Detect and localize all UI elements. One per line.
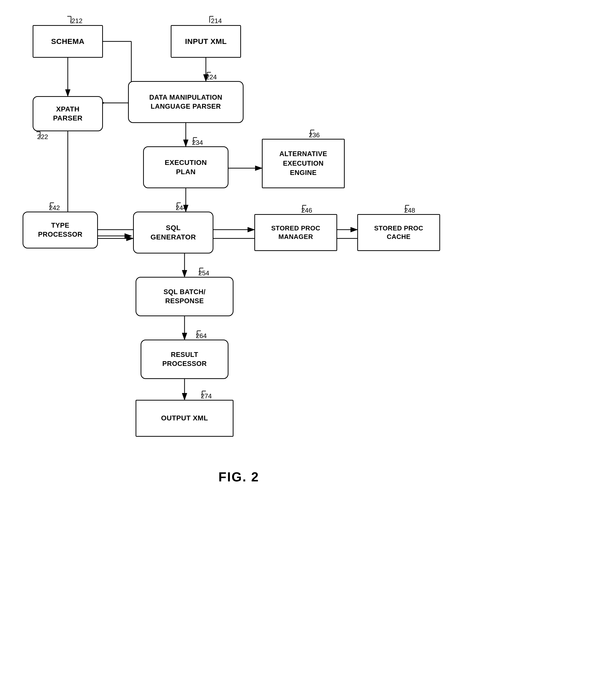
ref-tick-222: [34, 131, 47, 143]
ref-tick-236: [307, 129, 319, 141]
ref-tick-214: [206, 15, 218, 27]
ref-tick-224: [203, 71, 216, 84]
result-processor-box: RESULTPROCESSOR: [141, 340, 228, 379]
type-processor-box: TYPEPROCESSOR: [22, 212, 98, 249]
ref-tick-242: [47, 202, 59, 214]
ref-tick-264: [193, 330, 206, 342]
output-xml-box: OUTPUT XML: [136, 400, 234, 437]
ref-tick-246: [299, 204, 311, 217]
stored-proc-manager-box: STORED PROCMANAGER: [254, 214, 337, 251]
figure-label: FIG. 2: [218, 469, 259, 484]
dml-parser-box: DATA MANIPULATIONLANGUAGE PARSER: [128, 81, 244, 123]
ref-tick-244: [173, 202, 186, 214]
ref-tick-248: [402, 204, 414, 217]
ref-tick-212: [65, 15, 77, 27]
sql-generator-box: SQLGENERATOR: [133, 212, 213, 254]
schema-box: SCHEMA: [32, 25, 103, 58]
ref-tick-254: [196, 267, 208, 279]
ref-tick-274: [198, 390, 211, 402]
diagram-container: SCHEMA 212 └ INPUT XML 214 XPATHPARSER 2…: [0, 0, 591, 700]
input-xml-box: INPUT XML: [171, 25, 241, 58]
alt-exec-engine-box: ALTERNATIVEEXECUTIONENGINE: [262, 139, 345, 188]
ref-tick-234: [190, 136, 202, 149]
stored-proc-cache-box: STORED PROCCACHE: [357, 214, 440, 251]
sql-batch-box: SQL BATCH/RESPONSE: [136, 277, 234, 316]
xpath-parser-box: XPATHPARSER: [32, 96, 103, 131]
execution-plan-box: EXECUTIONPLAN: [143, 146, 228, 188]
